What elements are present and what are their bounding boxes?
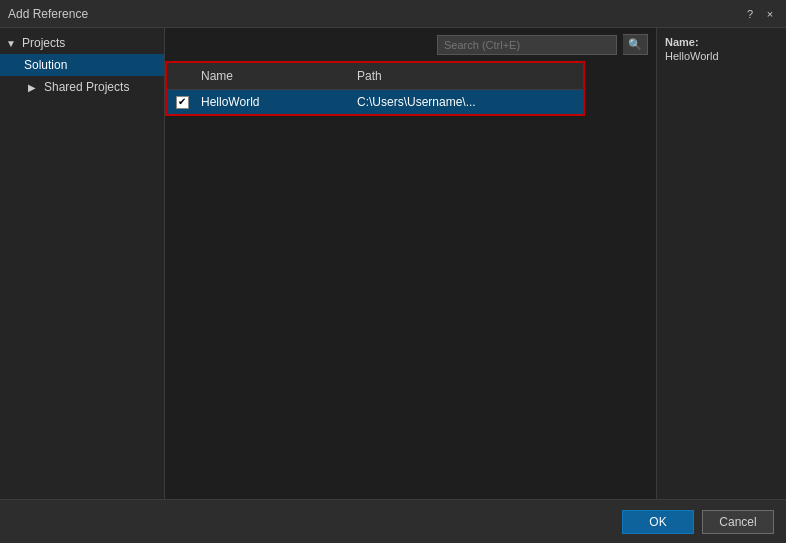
- row-checkbox[interactable]: [167, 96, 197, 109]
- close-button[interactable]: ×: [762, 6, 778, 22]
- th-path: Path: [353, 67, 583, 85]
- title-bar: Add Reference ? ×: [0, 0, 786, 28]
- reference-table: Name Path HelloWorld C:\Users\Username\.…: [165, 61, 585, 116]
- dialog-title: Add Reference: [8, 7, 88, 21]
- search-button[interactable]: 🔍: [623, 34, 648, 55]
- info-panel: Name: HelloWorld: [656, 28, 786, 499]
- sidebar: ▼ Projects Solution ▶ Shared Projects: [0, 28, 165, 499]
- projects-label: Projects: [22, 36, 65, 50]
- help-button[interactable]: ?: [742, 6, 758, 22]
- info-name-value: HelloWorld: [665, 50, 778, 62]
- search-bar-container: 🔍: [165, 28, 656, 61]
- sidebar-item-solution[interactable]: Solution: [0, 54, 164, 76]
- table-row[interactable]: HelloWorld C:\Users\Username\...: [167, 90, 583, 114]
- projects-section[interactable]: ▼ Projects: [0, 32, 164, 54]
- shared-projects-chevron: ▶: [28, 82, 42, 93]
- shared-projects-label: Shared Projects: [44, 80, 129, 94]
- title-controls: ? ×: [742, 6, 778, 22]
- table-container: Name Path HelloWorld C:\Users\Username\.…: [165, 61, 648, 499]
- main-content: 🔍 Name Path HelloWorld: [165, 28, 786, 499]
- row-name: HelloWorld: [197, 93, 353, 111]
- row-path: C:\Users\Username\...: [353, 93, 583, 111]
- content-area: 🔍 Name Path HelloWorld: [165, 28, 656, 499]
- cancel-button[interactable]: Cancel: [702, 510, 774, 534]
- bottom-bar: OK Cancel: [0, 499, 786, 543]
- projects-chevron: ▼: [6, 38, 20, 49]
- table-header: Name Path: [167, 63, 583, 90]
- sidebar-item-shared-projects[interactable]: ▶ Shared Projects: [0, 76, 164, 98]
- th-name: Name: [197, 67, 353, 85]
- search-input[interactable]: [437, 35, 617, 55]
- ok-button[interactable]: OK: [622, 510, 694, 534]
- info-name-label: Name:: [665, 36, 778, 48]
- solution-label: Solution: [24, 58, 67, 72]
- dialog-body: ▼ Projects Solution ▶ Shared Projects 🔍: [0, 28, 786, 499]
- checkbox-checked-icon: [176, 96, 189, 109]
